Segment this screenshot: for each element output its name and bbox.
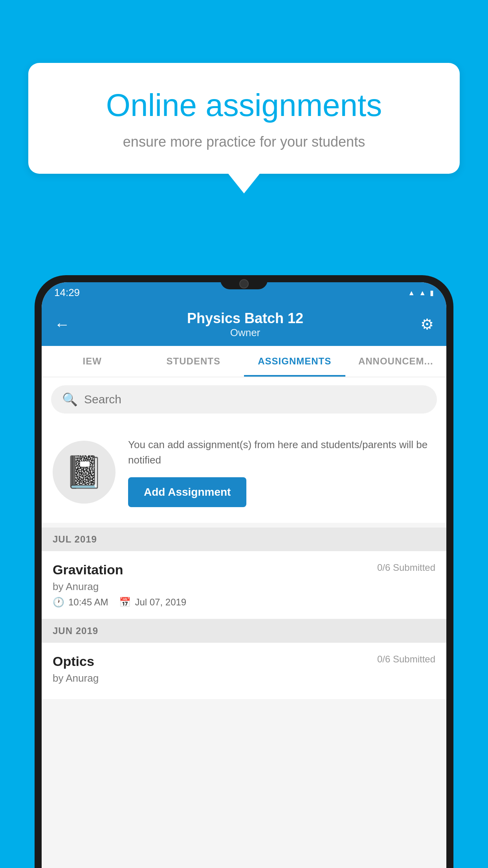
assignment-notebook-icon: 📓 <box>64 454 104 491</box>
assignment-by: by Anurag <box>53 672 435 684</box>
assignment-submitted: 0/6 Submitted <box>377 562 435 573</box>
tabs-bar: IEW STUDENTS ASSIGNMENTS ANNOUNCEM... <box>42 346 446 377</box>
speech-bubble-title: Online assignments <box>60 86 428 124</box>
header-title-block: Physics Batch 12 Owner <box>70 310 420 339</box>
speech-bubble: Online assignments ensure more practice … <box>28 63 460 174</box>
phone-screen: 14:29 ← Physics Batch 12 Owner ⚙ IEW STU… <box>42 282 446 868</box>
status-icons <box>408 287 434 298</box>
section-header-jun: JUN 2019 <box>42 619 446 643</box>
search-input[interactable] <box>84 393 426 406</box>
status-time: 14:29 <box>54 287 80 299</box>
assignment-info: You can add assignment(s) from here and … <box>128 437 435 507</box>
tab-announcements[interactable]: ANNOUNCEM... <box>345 346 447 377</box>
phone-frame: 14:29 ← Physics Batch 12 Owner ⚙ IEW STU… <box>35 275 453 868</box>
back-button[interactable]: ← <box>54 316 70 333</box>
assignment-submitted: 0/6 Submitted <box>377 654 435 665</box>
section-header-jul: JUL 2019 <box>42 528 446 551</box>
speech-bubble-arrow <box>228 174 260 193</box>
assignment-time: 🕐 10:45 AM <box>53 597 108 608</box>
phone-camera <box>239 279 249 289</box>
battery-icon <box>430 287 434 298</box>
content-area: 🔍 📓 You can add assignment(s) from here … <box>42 377 446 868</box>
calendar-icon: 📅 <box>119 597 131 608</box>
header-subtitle: Owner <box>70 327 420 339</box>
assignment-name: Optics <box>53 654 94 669</box>
wifi-icon <box>408 287 415 298</box>
tab-iew[interactable]: IEW <box>42 346 143 377</box>
search-container: 🔍 <box>42 377 446 421</box>
assignment-meta: 🕐 10:45 AM 📅 Jul 07, 2019 <box>53 597 435 608</box>
search-icon: 🔍 <box>62 392 78 407</box>
clock-icon: 🕐 <box>53 597 64 608</box>
assignment-by: by Anurag <box>53 581 435 593</box>
assignment-description: You can add assignment(s) from here and … <box>128 437 435 468</box>
header-title: Physics Batch 12 <box>70 310 420 327</box>
add-assignment-section: 📓 You can add assignment(s) from here an… <box>42 421 446 523</box>
tab-assignments[interactable]: ASSIGNMENTS <box>244 346 345 377</box>
search-bar[interactable]: 🔍 <box>51 385 437 414</box>
assignment-item-header: Gravitation 0/6 Submitted <box>53 562 435 577</box>
table-row[interactable]: Gravitation 0/6 Submitted by Anurag 🕐 10… <box>42 551 446 619</box>
assignment-date: 📅 Jul 07, 2019 <box>119 597 186 608</box>
settings-icon[interactable]: ⚙ <box>420 316 434 333</box>
assignment-icon-circle: 📓 <box>53 441 116 504</box>
add-assignment-button[interactable]: Add Assignment <box>128 477 246 507</box>
table-row[interactable]: Optics 0/6 Submitted by Anurag <box>42 643 446 700</box>
assignment-item-header: Optics 0/6 Submitted <box>53 654 435 669</box>
assignment-name: Gravitation <box>53 562 123 577</box>
signal-icon <box>419 287 426 298</box>
speech-bubble-container: Online assignments ensure more practice … <box>28 63 460 193</box>
tab-students[interactable]: STUDENTS <box>143 346 244 377</box>
speech-bubble-subtitle: ensure more practice for your students <box>60 134 428 150</box>
app-header: ← Physics Batch 12 Owner ⚙ <box>42 303 446 346</box>
